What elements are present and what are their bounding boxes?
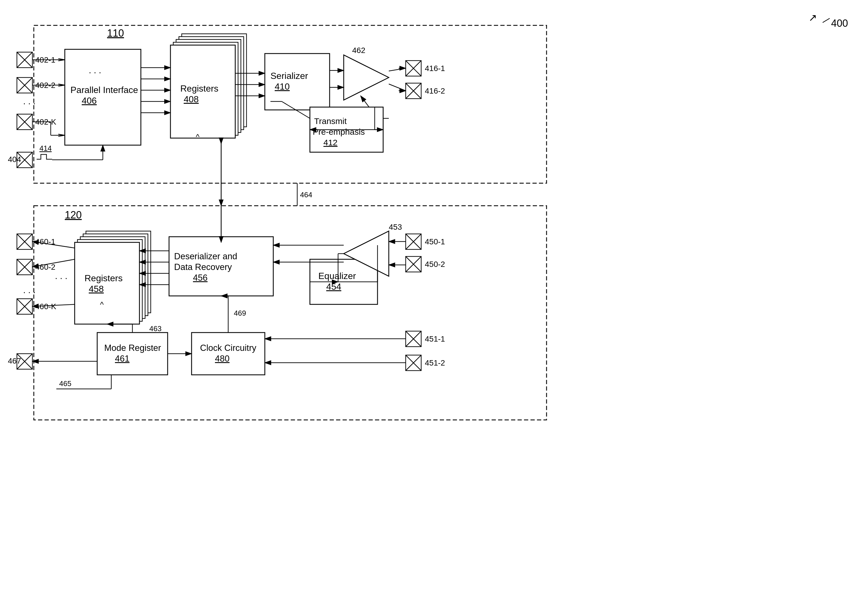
svg-text:Parallel Interface: Parallel Interface bbox=[70, 85, 138, 95]
svg-text:450-1: 450-1 bbox=[425, 237, 445, 246]
svg-rect-23 bbox=[65, 49, 141, 145]
svg-text:Clock Circuitry: Clock Circuitry bbox=[200, 343, 256, 353]
svg-text:410: 410 bbox=[275, 82, 290, 92]
svg-text:. . .: . . . bbox=[23, 285, 35, 295]
svg-text:406: 406 bbox=[82, 95, 97, 106]
svg-text:451-2: 451-2 bbox=[425, 359, 445, 367]
svg-text:454: 454 bbox=[326, 282, 341, 292]
svg-text:Registers: Registers bbox=[85, 273, 122, 283]
svg-text:460-2: 460-2 bbox=[35, 263, 56, 271]
svg-text:469: 469 bbox=[234, 309, 246, 317]
svg-text:. . .: . . . bbox=[55, 271, 67, 281]
svg-text:110: 110 bbox=[107, 27, 124, 39]
svg-text:. . .: . . . bbox=[23, 96, 35, 106]
svg-text:^: ^ bbox=[100, 300, 104, 309]
svg-text:458: 458 bbox=[89, 284, 104, 294]
svg-text:460-K: 460-K bbox=[35, 302, 56, 311]
svg-text:408: 408 bbox=[184, 94, 199, 104]
svg-text:480: 480 bbox=[215, 354, 230, 364]
svg-text:Serializer: Serializer bbox=[271, 71, 308, 81]
svg-rect-67 bbox=[97, 333, 168, 375]
svg-text:Equalizer: Equalizer bbox=[318, 271, 356, 281]
svg-text:453: 453 bbox=[389, 223, 402, 231]
svg-text:416-1: 416-1 bbox=[425, 64, 445, 73]
svg-text:Deserializer and: Deserializer and bbox=[174, 252, 237, 261]
svg-text:451-1: 451-1 bbox=[425, 335, 445, 343]
svg-text:^: ^ bbox=[196, 132, 200, 141]
svg-text:463: 463 bbox=[149, 324, 162, 333]
svg-text:Registers: Registers bbox=[180, 83, 218, 94]
svg-text:. . .: . . . bbox=[89, 65, 101, 75]
svg-text:450-2: 450-2 bbox=[425, 260, 445, 268]
svg-text:462: 462 bbox=[352, 46, 365, 55]
svg-rect-55 bbox=[75, 242, 139, 324]
svg-text:120: 120 bbox=[65, 209, 82, 221]
svg-text:465: 465 bbox=[59, 379, 71, 388]
circuit-diagram: 110 120 402-1 402-2 . . . 402-K 404 414 bbox=[0, 0, 868, 600]
svg-text:Pre-emphasis: Pre-emphasis bbox=[313, 127, 365, 136]
svg-text:416-2: 416-2 bbox=[425, 86, 445, 95]
svg-text:414: 414 bbox=[39, 144, 51, 153]
svg-text:↗: ↗ bbox=[809, 12, 817, 23]
svg-text:Transmit: Transmit bbox=[314, 117, 347, 126]
svg-text:404: 404 bbox=[8, 155, 21, 164]
svg-text:Mode Register: Mode Register bbox=[104, 343, 161, 353]
svg-text:461: 461 bbox=[115, 354, 130, 364]
svg-text:Data Recovery: Data Recovery bbox=[174, 262, 232, 272]
svg-text:464: 464 bbox=[300, 191, 312, 199]
svg-text:467: 467 bbox=[8, 356, 21, 365]
svg-text:412: 412 bbox=[324, 138, 337, 147]
svg-text:456: 456 bbox=[193, 273, 208, 283]
svg-text:400: 400 bbox=[831, 17, 848, 29]
diagram-container: 110 120 402-1 402-2 . . . 402-K 404 414 bbox=[0, 0, 868, 600]
